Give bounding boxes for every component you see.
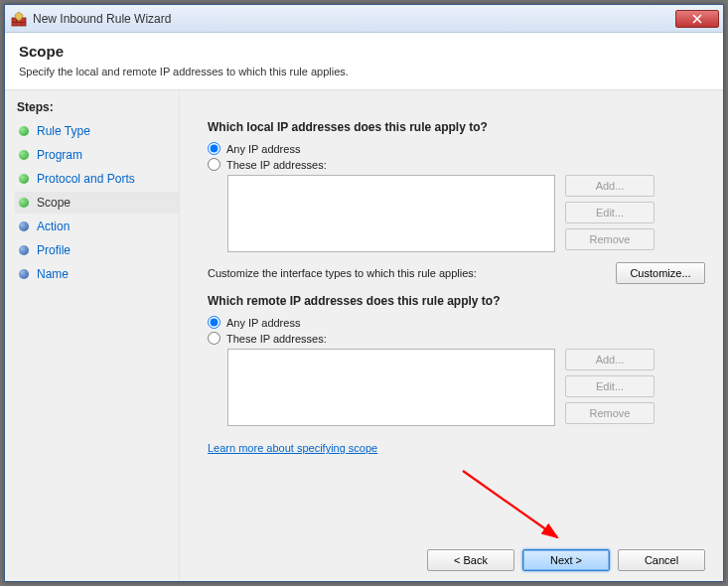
wizard-footer: < Back Next > Cancel	[427, 549, 705, 571]
remote-these-radio[interactable]	[208, 332, 220, 345]
step-bullet-icon	[19, 221, 29, 231]
wizard-window: New Inbound Rule Wizard Scope Specify th…	[4, 4, 724, 582]
back-button[interactable]: < Back	[427, 549, 514, 571]
steps-label: Steps:	[15, 98, 179, 120]
local-ip-listbox[interactable]	[227, 175, 555, 252]
local-any-radio[interactable]	[208, 142, 220, 155]
step-profile[interactable]: Profile	[15, 239, 179, 261]
svg-rect-2	[12, 22, 26, 23]
header-panel: Scope Specify the local and remote IP ad…	[5, 33, 723, 90]
remote-these-label: These IP addresses:	[226, 333, 327, 345]
step-label: Profile	[37, 243, 71, 257]
step-label: Name	[37, 267, 69, 281]
cancel-button[interactable]: Cancel	[618, 549, 705, 571]
content-panel: Which local IP addresses does this rule …	[180, 90, 723, 581]
step-bullet-icon	[19, 198, 29, 208]
learn-more-link[interactable]: Learn more about specifying scope	[208, 442, 377, 454]
step-label: Rule Type	[37, 124, 90, 138]
remote-any-label: Any IP address	[226, 317, 300, 329]
remote-add-button[interactable]: Add...	[565, 349, 655, 370]
page-title: Scope	[19, 43, 709, 60]
local-question: Which local IP addresses does this rule …	[208, 120, 705, 134]
step-label: Scope	[37, 196, 71, 210]
step-label: Protocol and Ports	[37, 172, 135, 186]
step-bullet-icon	[19, 150, 29, 160]
local-these-radio[interactable]	[208, 158, 220, 171]
step-bullet-icon	[19, 269, 29, 279]
step-program[interactable]: Program	[15, 144, 179, 166]
remote-any-radio[interactable]	[208, 316, 220, 329]
steps-sidebar: Steps: Rule Type Program Protocol and Po…	[5, 90, 180, 581]
step-bullet-icon	[19, 245, 29, 255]
local-add-button[interactable]: Add...	[565, 175, 655, 197]
next-button[interactable]: Next >	[522, 549, 610, 571]
step-label: Program	[37, 148, 82, 162]
local-edit-button[interactable]: Edit...	[565, 202, 655, 223]
step-label: Action	[37, 220, 70, 233]
local-remove-button[interactable]: Remove	[565, 228, 655, 250]
annotation-arrow-icon	[458, 466, 577, 555]
close-button[interactable]	[675, 10, 719, 28]
step-bullet-icon	[19, 174, 29, 184]
step-protocol-ports[interactable]: Protocol and Ports	[15, 168, 179, 190]
local-these-label: These IP addresses:	[226, 159, 327, 171]
local-any-label: Any IP address	[226, 143, 300, 155]
svg-rect-4	[21, 22, 22, 26]
close-icon	[692, 14, 702, 24]
remote-remove-button[interactable]: Remove	[565, 402, 655, 424]
customize-text: Customize the interface types to which t…	[208, 267, 616, 279]
step-name[interactable]: Name	[15, 263, 179, 285]
step-bullet-icon	[19, 126, 29, 136]
step-action[interactable]: Action	[15, 216, 179, 237]
customize-button[interactable]: Customize...	[616, 262, 705, 284]
remote-edit-button[interactable]: Edit...	[565, 375, 655, 397]
window-title: New Inbound Rule Wizard	[33, 12, 675, 26]
svg-line-5	[463, 471, 557, 537]
step-scope[interactable]: Scope	[15, 192, 179, 214]
firewall-icon	[11, 11, 27, 27]
remote-ip-listbox[interactable]	[227, 349, 555, 426]
page-subtitle: Specify the local and remote IP addresse…	[19, 66, 709, 77]
step-rule-type[interactable]: Rule Type	[15, 120, 179, 142]
titlebar: New Inbound Rule Wizard	[5, 5, 723, 33]
remote-question: Which remote IP addresses does this rule…	[208, 294, 705, 308]
